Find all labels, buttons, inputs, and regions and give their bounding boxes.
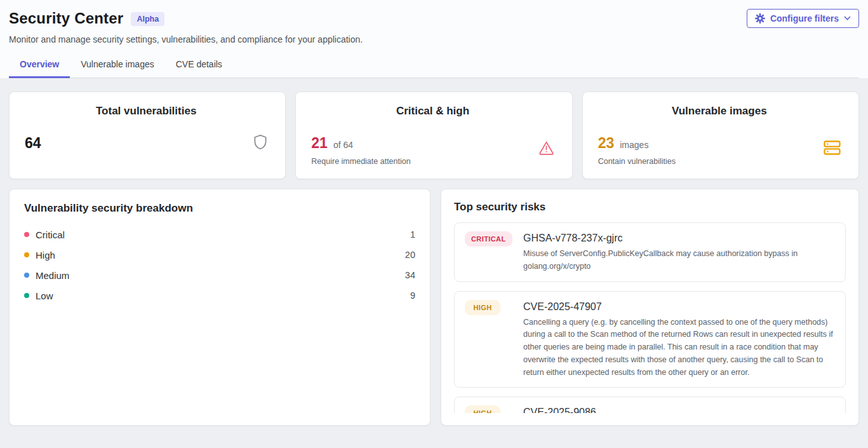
risk-description: Misuse of ServerConfig.PublicKeyCallback… — [523, 248, 835, 273]
page-header: Security Center Alpha — [0, 0, 868, 78]
critical-high-card: Critical & high 21 of 64 Require immedia… — [295, 92, 572, 179]
legend-row-high: High 20 — [24, 245, 415, 265]
risk-card-cve-2025-9086[interactable]: HIGH CVE-2025-9086 — [454, 397, 846, 413]
gear-icon — [755, 13, 765, 24]
configure-filters-button[interactable]: Configure filters — [747, 9, 859, 28]
shield-icon — [253, 134, 267, 153]
total-vulnerabilities-card: Total vulnerabilities 64 — [9, 92, 286, 179]
critical-high-suffix: of 64 — [333, 140, 353, 150]
legend-value: 1 — [410, 229, 415, 240]
total-vulnerabilities-value: 64 — [25, 135, 41, 152]
vulnerable-images-suffix: images — [620, 140, 648, 150]
vulnerable-images-subtext: Contain vulnerabilities — [598, 157, 841, 166]
alpha-badge: Alpha — [131, 12, 164, 26]
chevron-down-icon — [844, 16, 851, 21]
vulnerable-images-value: 23 — [598, 135, 615, 152]
breakdown-title: Vulnerability security breakdown — [24, 202, 415, 215]
risk-card-cve-2025-47907[interactable]: HIGH CVE-2025-47907 Cancelling a query (… — [454, 291, 846, 388]
high-dot — [24, 252, 29, 257]
risk-id: CVE-2025-9086 — [523, 407, 596, 413]
risk-id: CVE-2025-47907 — [523, 301, 835, 313]
stat-cards-row: Total vulnerabilities 64 Critical & high… — [9, 92, 859, 179]
legend-label: Critical — [36, 229, 65, 240]
legend-row-critical: Critical 1 — [24, 224, 415, 245]
top-risks-title: Top security risks — [454, 201, 846, 214]
legend-value: 9 — [410, 290, 415, 301]
stat-card-title: Critical & high — [311, 105, 554, 118]
legend-row-low: Low 9 — [24, 285, 415, 306]
stat-card-title: Vulnerable images — [598, 105, 841, 118]
vulnerable-images-card: Vulnerable images 23 images Contain vuln… — [582, 92, 859, 179]
stat-card-title: Total vulnerabilities — [25, 105, 267, 118]
images-icon — [824, 140, 841, 158]
legend-value: 20 — [405, 250, 415, 260]
warning-triangle-icon — [538, 140, 554, 158]
tab-bar: Overview Vulnerable images CVE details — [9, 53, 859, 78]
critical-dot — [24, 232, 29, 237]
severity-badge: HIGH — [465, 405, 500, 413]
panels-row: Vulnerability security breakdown Critica… — [9, 189, 859, 426]
vulnerability-breakdown-panel: Vulnerability security breakdown Critica… — [9, 189, 431, 426]
severity-badge: CRITICAL — [465, 231, 512, 247]
risk-id: GHSA-v778-237x-gjrc — [523, 233, 835, 244]
page-title: Security Center — [9, 10, 123, 27]
tab-cve-details[interactable]: CVE details — [165, 53, 233, 78]
risk-list: CRITICAL GHSA-v778-237x-gjrc Misuse of S… — [454, 222, 846, 413]
legend-label: Low — [36, 290, 53, 301]
tab-overview[interactable]: Overview — [9, 53, 70, 78]
breakdown-legend: Critical 1 High 20 Medium 34 Low 9 — [24, 224, 415, 306]
legend-label: High — [36, 250, 55, 261]
critical-high-value: 21 — [311, 135, 328, 152]
low-dot — [24, 293, 29, 298]
legend-value: 34 — [405, 270, 415, 280]
main-content: Total vulnerabilities 64 Critical & high… — [0, 78, 868, 426]
risk-card-ghsa-v778-237x-gjrc[interactable]: CRITICAL GHSA-v778-237x-gjrc Misuse of S… — [454, 222, 846, 282]
tab-vulnerable-images[interactable]: Vulnerable images — [70, 53, 164, 78]
configure-filters-label: Configure filters — [770, 13, 839, 24]
critical-high-subtext: Require immediate attention — [311, 157, 554, 166]
top-security-risks-panel: Top security risks CRITICAL GHSA-v778-23… — [441, 189, 859, 426]
risk-description: Cancelling a query (e.g. by cancelling t… — [523, 316, 835, 379]
legend-row-medium: Medium 34 — [24, 265, 415, 285]
severity-badge: HIGH — [465, 300, 500, 315]
page-subtitle: Monitor and manage security settings, vu… — [9, 34, 859, 44]
medium-dot — [24, 273, 29, 278]
legend-label: Medium — [36, 270, 69, 281]
